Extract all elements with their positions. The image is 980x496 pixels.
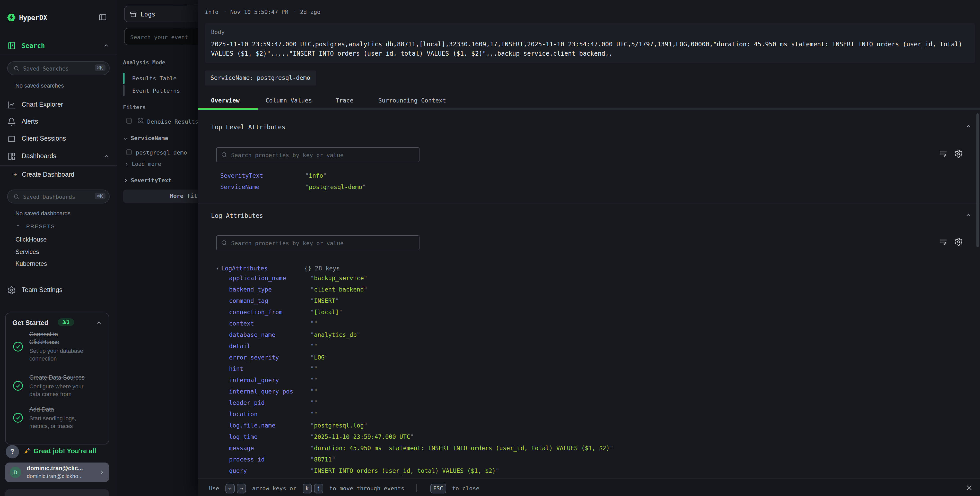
scrollbar-thumb[interactable] bbox=[977, 113, 979, 247]
chevron-up-icon[interactable] bbox=[96, 319, 102, 326]
get-started-item[interactable]: Add Data Start sending logs, metrics, or… bbox=[12, 406, 105, 429]
sidebar-item-team-settings[interactable]: Team Settings bbox=[0, 285, 117, 296]
body-card[interactable]: Body 2025-11-10 23:59:47.000 UTC,postgre… bbox=[205, 23, 975, 63]
attribute-value[interactable]: "analytics_db" bbox=[310, 331, 360, 338]
attribute-value[interactable]: "duration: 45.950 ms statement: INSERT I… bbox=[310, 445, 613, 452]
attribute-value[interactable]: "postgresql-demo" bbox=[305, 183, 366, 191]
attribute-value[interactable]: "backup_service" bbox=[310, 274, 368, 282]
sidebar-item-search[interactable]: Search bbox=[0, 40, 117, 51]
sidebar-item-client-sessions[interactable]: Client Sessions bbox=[0, 133, 117, 145]
attribute-value[interactable]: "client backend" bbox=[310, 286, 368, 293]
attribute-value[interactable]: "" bbox=[310, 399, 318, 407]
attribute-key[interactable]: context bbox=[229, 320, 254, 327]
expand-triangle-icon[interactable]: ▾ bbox=[216, 266, 219, 271]
attribute-value[interactable]: "88711" bbox=[310, 456, 335, 463]
get-started-item-title: Connect to ClickHouse bbox=[29, 331, 83, 346]
kbd-arrow-right: → bbox=[237, 484, 246, 493]
bottom-banner[interactable]: Product updates bbox=[5, 489, 109, 496]
collapse-section-icon[interactable] bbox=[965, 212, 972, 218]
attribute-value[interactable]: "" bbox=[310, 365, 318, 372]
attribute-key[interactable]: application_name bbox=[229, 274, 286, 282]
presets-toggle[interactable]: PRESETS bbox=[16, 223, 55, 229]
tab-overview[interactable]: Overview bbox=[211, 97, 240, 104]
chevron-up-icon[interactable] bbox=[103, 153, 110, 159]
attribute-key[interactable]: log_time bbox=[229, 433, 258, 440]
attribute-key[interactable]: SeverityText bbox=[220, 172, 263, 179]
attribute-key[interactable]: query bbox=[229, 467, 247, 474]
top-level-attributes-title: Top Level Attributes bbox=[211, 124, 285, 131]
attribute-key[interactable]: internal_query_pos bbox=[229, 388, 293, 395]
get-started-item-desc: Start sending logs, metrics, or traces bbox=[29, 415, 76, 429]
attribute-key[interactable]: database_name bbox=[229, 331, 275, 338]
more-filters-button[interactable]: More filters bbox=[123, 190, 198, 203]
attribute-value[interactable]: "INSERT" bbox=[310, 297, 339, 305]
attribute-row: context "" bbox=[198, 320, 980, 331]
attribute-key[interactable]: leader_pid bbox=[229, 399, 265, 407]
source-selector-button[interactable]: Logs bbox=[124, 6, 198, 22]
tab-surrounding-context[interactable]: Surrounding Context bbox=[378, 97, 446, 104]
log-attributes-search-input[interactable]: Search properties by key or value bbox=[216, 235, 420, 250]
wrap-lines-icon[interactable] bbox=[939, 150, 948, 158]
attribute-value[interactable]: "" bbox=[310, 376, 318, 384]
get-started-item[interactable]: Create Data Sources Configure where your… bbox=[12, 374, 105, 398]
attribute-key[interactable]: backend_type bbox=[229, 286, 272, 293]
attribute-value[interactable]: "" bbox=[310, 388, 318, 395]
logs-source-icon bbox=[130, 11, 137, 18]
denoise-checkbox[interactable] bbox=[126, 118, 132, 124]
sidebar-item-chart-explorer[interactable]: Chart Explorer bbox=[0, 99, 117, 111]
log-attributes-root-row[interactable]: ▾ LogAttributes {} 28 keys bbox=[198, 264, 980, 275]
attribute-value[interactable]: "LOG" bbox=[310, 354, 328, 361]
preset-kubernetes[interactable]: Kubernetes bbox=[16, 260, 47, 267]
attribute-key[interactable]: ServiceName bbox=[220, 183, 259, 191]
top-level-search-input[interactable]: Search properties by key or value bbox=[216, 147, 420, 162]
attribute-key[interactable]: message bbox=[229, 445, 254, 452]
attribute-key[interactable]: internal_query bbox=[229, 376, 279, 384]
attribute-key[interactable]: location bbox=[229, 410, 258, 418]
attribute-key[interactable]: log.file.name bbox=[229, 422, 275, 429]
service-name-tag[interactable]: ServiceName: postgresql-demo bbox=[205, 70, 316, 86]
collapse-section-icon[interactable] bbox=[965, 123, 972, 130]
attribute-key[interactable]: error_severity bbox=[229, 354, 279, 361]
attribute-row: error_severity "LOG" bbox=[198, 354, 980, 365]
attribute-value[interactable]: "" bbox=[310, 320, 318, 327]
service-checkbox[interactable] bbox=[126, 149, 132, 155]
saved-searches-input[interactable]: Saved Searches ⌘K bbox=[7, 61, 110, 75]
close-icon[interactable] bbox=[966, 484, 973, 491]
attribute-key[interactable]: process_id bbox=[229, 456, 265, 463]
sidebar-item-dashboards[interactable]: Dashboards bbox=[0, 151, 117, 162]
attribute-key[interactable]: detail bbox=[229, 343, 250, 350]
chevron-up-icon[interactable] bbox=[103, 42, 110, 49]
attribute-key[interactable]: LogAttributes bbox=[221, 265, 268, 272]
attribute-value[interactable]: "INSERT INTO orders (user_id, total) VAL… bbox=[310, 467, 499, 474]
gear-icon[interactable] bbox=[954, 238, 963, 246]
attribute-value[interactable]: "2025-11-10 23:59:47.000 UTC" bbox=[310, 433, 414, 440]
tab-trace[interactable]: Trace bbox=[336, 97, 353, 104]
user-menu[interactable]: D dominic.tran@clic... dominic.tran@clic… bbox=[5, 463, 109, 482]
attribute-value[interactable]: "[local]" bbox=[310, 308, 342, 316]
attribute-row: message "duration: 45.950 ms statement: … bbox=[198, 445, 980, 456]
preset-services[interactable]: Services bbox=[16, 248, 39, 255]
tab-column-values[interactable]: Column Values bbox=[266, 97, 312, 104]
gear-icon[interactable] bbox=[954, 149, 963, 158]
sidebar-item-alerts[interactable]: Alerts bbox=[0, 116, 117, 128]
attribute-value[interactable]: "info" bbox=[305, 172, 326, 179]
check-circle-icon bbox=[12, 341, 24, 352]
sidebar-collapse-icon[interactable] bbox=[98, 13, 107, 22]
get-started-item[interactable]: Connect to ClickHouse Set up your databa… bbox=[12, 331, 105, 362]
wrap-lines-icon[interactable] bbox=[939, 238, 948, 246]
attribute-key[interactable]: command_tag bbox=[229, 297, 268, 305]
create-dashboard-button[interactable]: +Create Dashboard bbox=[13, 171, 75, 178]
help-bubble-button[interactable]: ? bbox=[6, 445, 19, 458]
attribute-key[interactable]: hint bbox=[229, 365, 243, 372]
load-more-label: Load more bbox=[132, 161, 161, 167]
tab-underline-track bbox=[198, 108, 980, 110]
preset-clickhouse[interactable]: ClickHouse bbox=[16, 236, 46, 243]
group-label: ServiceName bbox=[131, 135, 168, 142]
event-search-input[interactable]: Search your event bbox=[124, 28, 198, 45]
attribute-value[interactable]: "" bbox=[310, 410, 318, 418]
saved-dashboards-input[interactable]: Saved Dashboards ⌘K bbox=[7, 190, 110, 203]
attribute-value[interactable]: "postgresql.log" bbox=[310, 422, 368, 429]
event-relative-time: 2d ago bbox=[300, 9, 321, 16]
attribute-value[interactable]: "" bbox=[310, 343, 318, 350]
attribute-key[interactable]: connection_from bbox=[229, 308, 283, 316]
